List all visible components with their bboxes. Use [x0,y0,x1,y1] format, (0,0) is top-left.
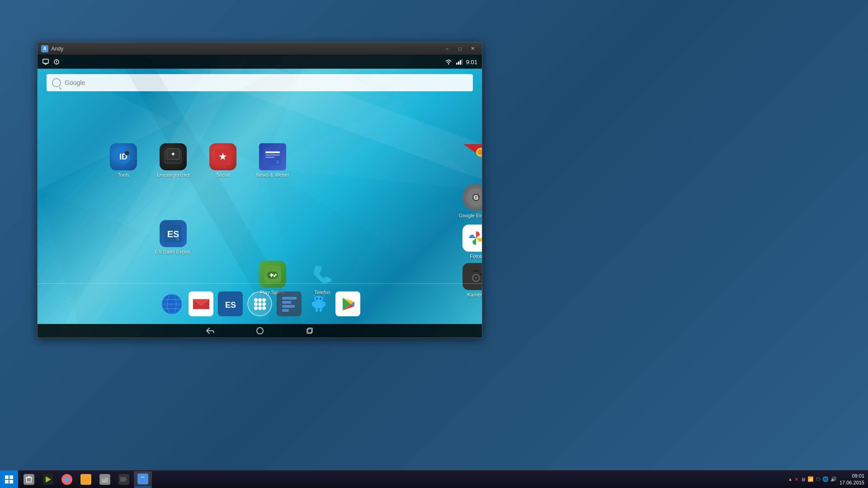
close-button[interactable]: ✕ [467,44,478,53]
dock-settings-widget[interactable] [277,291,302,316]
video-icon [118,474,129,485]
search-icon [52,78,61,87]
tray-chevron[interactable]: ▲ [788,477,793,482]
minimize-button[interactable]: − [441,44,453,53]
clock-date: 17.06.2015 [840,479,864,486]
svg-point-79 [314,296,323,301]
tools-icon-img: ID [110,143,137,170]
andy-titlebar: A Andy − □ ✕ [38,42,482,55]
svg-point-22 [125,151,129,155]
taskbar-firefox[interactable] [58,471,76,488]
app-icon-uncategorized[interactable]: ✦ Uncategorized [151,143,196,178]
google-settings-label: Google Einstell. [458,213,482,218]
svg-rect-29 [265,151,280,153]
svg-text:3: 3 [176,237,179,241]
firefox-icon [61,474,72,485]
svg-marker-92 [46,476,51,483]
es-explorer-icon-img: ES 3 [160,220,187,247]
svg-text:8: 8 [276,160,279,165]
status-time: 9:01 [466,59,477,66]
svg-text:★: ★ [218,151,227,162]
svg-point-62 [258,298,262,302]
svg-rect-18 [460,60,461,65]
photos-icon-img [462,225,482,252]
social-label: Social [216,172,230,178]
dock-gmail[interactable] [189,291,213,316]
app-icon-social[interactable]: ★ Social [200,143,245,178]
uncategorized-label: Uncategorized [157,172,189,178]
app-icon-corner[interactable] [453,143,482,172]
wifi-icon [444,59,453,65]
svg-line-82 [313,295,315,296]
taskbar-winamp[interactable] [39,471,57,488]
uncategorized-icon-img: ✦ [160,143,187,170]
nav-home-button[interactable] [253,326,267,335]
svg-point-61 [254,298,258,302]
statusbar-right: 9:01 [444,59,477,66]
app-icon-tools[interactable]: ID Tools [101,143,146,178]
svg-point-68 [258,306,262,310]
file-manager-icon [99,474,110,485]
notification-icon-1 [42,58,49,66]
notification-icon-2 [53,58,60,66]
tray-monitor-icon: 🖥 [801,477,806,482]
svg-point-15 [56,63,57,64]
svg-rect-70 [282,297,297,300]
svg-point-65 [258,302,262,306]
taskbar-video[interactable] [115,471,133,488]
svg-rect-73 [282,309,289,312]
app-icon-es-explorer[interactable]: ES 3 ES Datei Explor. [151,220,196,254]
andy-title-text: Andy [51,46,441,52]
app-icon-photos[interactable]: Fotos [453,225,482,259]
tray-wifi-icon: 📶 [807,476,814,482]
taskbar-recycle-bin[interactable] [20,471,38,488]
svg-point-63 [262,298,266,302]
svg-point-43 [475,277,477,279]
dock-play-store[interactable] [335,291,360,316]
recycle-bin-icon [24,474,34,485]
svg-point-94 [65,477,69,482]
tray-icons: ▲ ✕ 🖥 📶 🛡 🌐 🔊 [788,476,837,483]
svg-rect-89 [5,480,9,483]
nav-back-button[interactable] [203,326,217,335]
svg-rect-17 [458,61,459,65]
tray-volume-icon: 🔊 [830,476,837,482]
app-icon-news-wetter[interactable]: 8 News & Wetter [250,143,295,178]
winamp-icon [42,474,53,485]
start-button[interactable] [0,470,18,488]
tray-x-icon: ✕ [794,476,799,483]
taskbar-andy[interactable] [134,471,152,488]
svg-rect-16 [456,63,458,65]
windows-taskbar: ▲ ✕ 🖥 📶 🛡 🌐 🔊 09:01 17.06.2015 [0,470,868,488]
svg-rect-78 [320,308,322,312]
svg-point-81 [320,298,321,300]
app-icon-google-settings[interactable]: G Google Einstell. [453,184,482,218]
maximize-button[interactable]: □ [454,44,466,53]
windows-explorer-icon [80,474,91,485]
svg-point-69 [262,306,266,310]
svg-rect-90 [9,480,13,483]
google-settings-icon-img: G [462,184,482,211]
andy-window: A Andy − □ ✕ [37,42,482,338]
svg-text:✦: ✦ [170,150,176,158]
svg-point-80 [316,298,318,300]
svg-point-84 [257,328,263,334]
svg-point-67 [254,306,258,310]
nav-recents-button[interactable] [303,326,316,335]
clock-time: 09:01 [840,473,864,479]
window-controls: − □ ✕ [441,44,478,53]
dock-browser[interactable] [159,291,184,316]
svg-rect-77 [316,308,318,312]
taskbar-win-explorer[interactable] [77,471,95,488]
svg-rect-96 [120,477,126,482]
tray-shield-icon: 🛡 [816,477,821,482]
android-statusbar: 9:01 [38,55,482,69]
statusbar-left [42,58,60,66]
dock-app-drawer[interactable] [247,291,272,316]
svg-rect-88 [9,475,13,479]
svg-line-83 [323,295,324,296]
android-dock: ES [38,283,482,324]
dock-andy-robot[interactable] [306,291,331,316]
dock-es-file[interactable]: ES [218,291,243,316]
taskbar-file-manager[interactable] [96,471,114,488]
